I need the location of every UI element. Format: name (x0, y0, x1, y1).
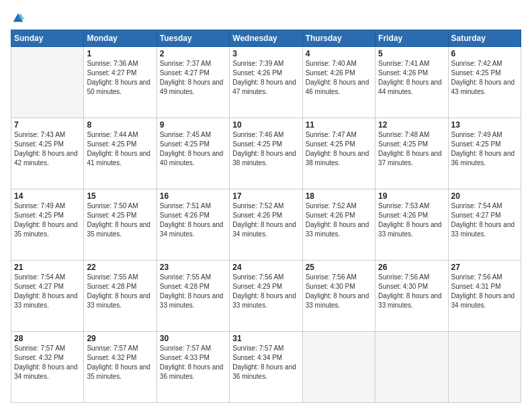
day-cell: 15Sunrise: 7:50 AMSunset: 4:25 PMDayligh… (84, 189, 157, 261)
day-number: 30 (160, 334, 226, 343)
day-info: Sunrise: 7:57 AMSunset: 4:32 PMDaylight:… (14, 344, 81, 381)
day-info: Sunrise: 7:41 AMSunset: 4:26 PMDaylight:… (378, 59, 445, 97)
header (11, 8, 521, 26)
day-cell: 22Sunrise: 7:55 AMSunset: 4:28 PMDayligh… (84, 261, 157, 332)
day-info: Sunrise: 7:56 AMSunset: 4:31 PMDaylight:… (451, 273, 518, 310)
day-info: Sunrise: 7:51 AMSunset: 4:26 PMDaylight:… (160, 201, 226, 239)
day-cell: 3Sunrise: 7:39 AMSunset: 4:26 PMDaylight… (230, 47, 302, 118)
day-info: Sunrise: 7:48 AMSunset: 4:25 PMDaylight:… (378, 130, 445, 168)
day-header-friday: Friday (375, 30, 448, 47)
day-cell: 1Sunrise: 7:36 AMSunset: 4:27 PMDaylight… (84, 47, 157, 118)
day-info: Sunrise: 7:45 AMSunset: 4:25 PMDaylight:… (160, 130, 226, 168)
day-number: 11 (306, 120, 372, 130)
week-row-3: 14Sunrise: 7:49 AMSunset: 4:25 PMDayligh… (11, 189, 521, 261)
day-info: Sunrise: 7:56 AMSunset: 4:30 PMDaylight:… (378, 273, 445, 310)
week-row-2: 7Sunrise: 7:43 AMSunset: 4:25 PMDaylight… (11, 118, 521, 189)
day-number: 23 (160, 263, 226, 272)
day-cell: 13Sunrise: 7:49 AMSunset: 4:25 PMDayligh… (448, 118, 521, 189)
day-cell: 28Sunrise: 7:57 AMSunset: 4:32 PMDayligh… (11, 332, 84, 403)
day-number: 28 (14, 334, 81, 343)
day-cell: 19Sunrise: 7:53 AMSunset: 4:26 PMDayligh… (375, 189, 448, 261)
day-cell: 2Sunrise: 7:37 AMSunset: 4:27 PMDaylight… (157, 47, 229, 118)
day-header-sunday: Sunday (11, 30, 84, 47)
day-number: 18 (306, 191, 372, 201)
day-number: 12 (378, 120, 445, 130)
day-cell: 9Sunrise: 7:45 AMSunset: 4:25 PMDaylight… (157, 118, 229, 189)
day-number: 31 (232, 334, 299, 343)
day-number: 7 (14, 120, 81, 130)
day-cell: 8Sunrise: 7:44 AMSunset: 4:25 PMDaylight… (84, 118, 157, 189)
day-cell (375, 332, 448, 403)
day-header-monday: Monday (84, 30, 157, 47)
day-info: Sunrise: 7:57 AMSunset: 4:34 PMDaylight:… (232, 344, 299, 381)
day-cell: 4Sunrise: 7:40 AMSunset: 4:26 PMDaylight… (302, 47, 375, 118)
logo (11, 8, 28, 26)
day-cell: 30Sunrise: 7:57 AMSunset: 4:33 PMDayligh… (157, 332, 229, 403)
day-info: Sunrise: 7:50 AMSunset: 4:25 PMDaylight:… (87, 201, 153, 239)
day-cell: 12Sunrise: 7:48 AMSunset: 4:25 PMDayligh… (375, 118, 448, 189)
day-number: 5 (378, 49, 445, 58)
day-info: Sunrise: 7:55 AMSunset: 4:28 PMDaylight:… (160, 273, 226, 310)
calendar-page: SundayMondayTuesdayWednesdayThursdayFrid… (0, 0, 532, 411)
day-header-wednesday: Wednesday (230, 30, 302, 47)
day-number: 6 (451, 49, 518, 58)
day-cell: 17Sunrise: 7:52 AMSunset: 4:26 PMDayligh… (230, 189, 302, 261)
day-cell: 21Sunrise: 7:54 AMSunset: 4:27 PMDayligh… (11, 261, 84, 332)
calendar-table: SundayMondayTuesdayWednesdayThursdayFrid… (11, 30, 521, 403)
day-number: 15 (87, 191, 153, 201)
day-info: Sunrise: 7:52 AMSunset: 4:26 PMDaylight:… (232, 201, 299, 239)
day-header-tuesday: Tuesday (157, 30, 229, 47)
day-number: 9 (160, 120, 226, 130)
week-row-4: 21Sunrise: 7:54 AMSunset: 4:27 PMDayligh… (11, 261, 521, 332)
day-info: Sunrise: 7:40 AMSunset: 4:26 PMDaylight:… (306, 59, 372, 97)
day-cell: 6Sunrise: 7:42 AMSunset: 4:25 PMDaylight… (448, 47, 521, 118)
day-cell (11, 47, 84, 118)
week-row-5: 28Sunrise: 7:57 AMSunset: 4:32 PMDayligh… (11, 332, 521, 403)
week-row-1: 1Sunrise: 7:36 AMSunset: 4:27 PMDaylight… (11, 47, 521, 118)
day-cell: 29Sunrise: 7:57 AMSunset: 4:32 PMDayligh… (84, 332, 157, 403)
day-cell: 11Sunrise: 7:47 AMSunset: 4:25 PMDayligh… (302, 118, 375, 189)
day-cell: 18Sunrise: 7:52 AMSunset: 4:26 PMDayligh… (302, 189, 375, 261)
day-cell: 5Sunrise: 7:41 AMSunset: 4:26 PMDaylight… (375, 47, 448, 118)
day-number: 4 (306, 49, 372, 58)
day-cell: 27Sunrise: 7:56 AMSunset: 4:31 PMDayligh… (448, 261, 521, 332)
day-info: Sunrise: 7:47 AMSunset: 4:25 PMDaylight:… (306, 130, 372, 168)
day-number: 1 (87, 49, 153, 58)
day-info: Sunrise: 7:39 AMSunset: 4:26 PMDaylight:… (232, 59, 299, 97)
day-info: Sunrise: 7:55 AMSunset: 4:28 PMDaylight:… (87, 273, 153, 310)
day-info: Sunrise: 7:36 AMSunset: 4:27 PMDaylight:… (87, 59, 153, 97)
calendar-body: 1Sunrise: 7:36 AMSunset: 4:27 PMDaylight… (11, 47, 521, 403)
day-info: Sunrise: 7:54 AMSunset: 4:27 PMDaylight:… (451, 201, 518, 239)
header-row: SundayMondayTuesdayWednesdayThursdayFrid… (11, 30, 521, 47)
day-info: Sunrise: 7:57 AMSunset: 4:33 PMDaylight:… (160, 344, 226, 381)
day-info: Sunrise: 7:49 AMSunset: 4:25 PMDaylight:… (14, 201, 81, 239)
calendar-header: SundayMondayTuesdayWednesdayThursdayFrid… (11, 30, 521, 47)
day-cell: 23Sunrise: 7:55 AMSunset: 4:28 PMDayligh… (157, 261, 229, 332)
day-number: 21 (14, 263, 81, 272)
day-info: Sunrise: 7:46 AMSunset: 4:25 PMDaylight:… (232, 130, 299, 168)
day-number: 25 (306, 263, 372, 272)
logo-icon (11, 11, 26, 26)
day-cell: 20Sunrise: 7:54 AMSunset: 4:27 PMDayligh… (448, 189, 521, 261)
day-number: 16 (160, 191, 226, 201)
day-number: 8 (87, 120, 153, 130)
day-number: 19 (378, 191, 445, 201)
day-info: Sunrise: 7:56 AMSunset: 4:30 PMDaylight:… (306, 273, 372, 310)
day-number: 27 (451, 263, 518, 272)
day-number: 10 (232, 120, 299, 130)
day-info: Sunrise: 7:49 AMSunset: 4:25 PMDaylight:… (451, 130, 518, 168)
day-info: Sunrise: 7:42 AMSunset: 4:25 PMDaylight:… (451, 59, 518, 97)
day-number: 29 (87, 334, 153, 343)
day-cell: 31Sunrise: 7:57 AMSunset: 4:34 PMDayligh… (230, 332, 302, 403)
day-number: 24 (232, 263, 299, 272)
day-info: Sunrise: 7:44 AMSunset: 4:25 PMDaylight:… (87, 130, 153, 168)
day-header-saturday: Saturday (448, 30, 521, 47)
day-cell: 24Sunrise: 7:56 AMSunset: 4:29 PMDayligh… (230, 261, 302, 332)
day-cell: 25Sunrise: 7:56 AMSunset: 4:30 PMDayligh… (302, 261, 375, 332)
day-cell: 7Sunrise: 7:43 AMSunset: 4:25 PMDaylight… (11, 118, 84, 189)
day-info: Sunrise: 7:57 AMSunset: 4:32 PMDaylight:… (87, 344, 153, 381)
day-number: 14 (14, 191, 81, 201)
day-number: 22 (87, 263, 153, 272)
day-number: 26 (378, 263, 445, 272)
day-info: Sunrise: 7:43 AMSunset: 4:25 PMDaylight:… (14, 130, 81, 168)
